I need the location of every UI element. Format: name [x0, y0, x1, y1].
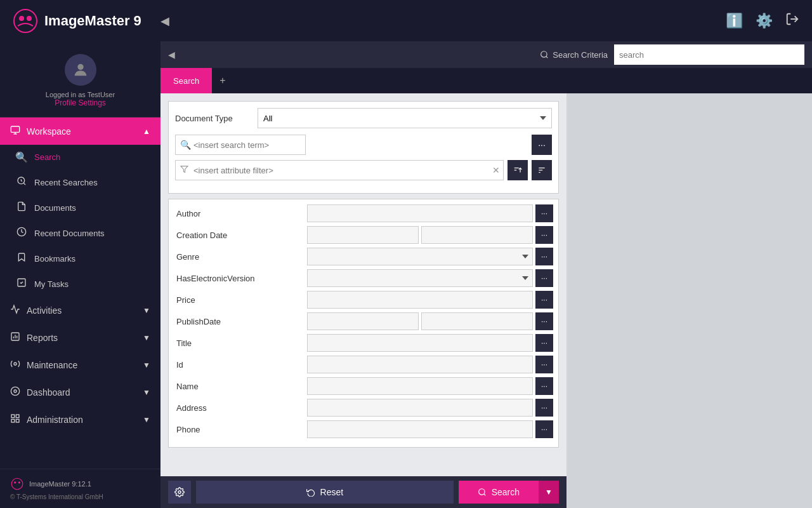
bookmarks-icon — [15, 252, 28, 265]
reports-icon — [10, 331, 20, 344]
sidebar-item-recent-searches[interactable]: Recent Searches — [0, 170, 160, 195]
svg-rect-19 — [16, 415, 19, 418]
filter-clear-btn[interactable]: ✕ — [492, 165, 500, 175]
field-more-publish-date[interactable]: ··· — [535, 312, 553, 330]
sidebar-item-documents[interactable]: Documents — [0, 195, 160, 220]
field-row-price: Price ··· — [174, 291, 553, 309]
svg-point-33 — [178, 491, 181, 493]
search-term-more-btn[interactable]: ··· — [532, 135, 552, 155]
tab-search[interactable]: Search — [160, 68, 212, 93]
field-more-creation-date[interactable]: ··· — [535, 226, 553, 244]
sidebar-item-recent-documents-label: Recent Documents — [34, 229, 105, 238]
field-input-creation-date-from[interactable] — [307, 226, 419, 244]
search-icon: 🔍 — [15, 151, 28, 163]
administration-chevron: ▼ — [143, 415, 150, 424]
svg-point-24 — [18, 481, 20, 483]
logout-button[interactable] — [785, 12, 799, 30]
field-label-address: Address — [174, 403, 307, 413]
field-more-price[interactable]: ··· — [535, 291, 553, 309]
reset-label: Reset — [320, 487, 344, 497]
field-label-has-electronic-version: HasElectronicVersion — [174, 274, 307, 283]
form-settings-btn[interactable] — [168, 481, 191, 504]
sidebar-group-maintenance[interactable]: Maintenance ▼ — [0, 351, 160, 378]
workspace-label: Workspace — [27, 126, 71, 137]
logged-in-text: Logged in as TestUser — [46, 91, 115, 98]
field-row-id: Id ··· — [174, 356, 553, 373]
doc-type-label: Document Type — [175, 114, 251, 123]
sidebar-group-reports[interactable]: Reports ▼ — [0, 324, 160, 351]
dashboard-icon — [10, 386, 20, 398]
field-input-price[interactable] — [307, 291, 533, 309]
sidebar-item-bookmarks[interactable]: Bookmarks — [0, 246, 160, 271]
doc-type-select[interactable]: All Document Contract Invoice — [258, 108, 552, 128]
field-select-genre[interactable] — [307, 248, 533, 265]
top-search-input[interactable] — [614, 44, 804, 65]
content-toggle-btn[interactable]: ◀ — [168, 50, 175, 60]
search-criteria-button[interactable]: Search Criteria — [540, 50, 608, 60]
avatar — [65, 54, 96, 86]
field-input-address[interactable] — [307, 399, 533, 417]
field-input-author[interactable] — [307, 204, 533, 222]
field-select-has-electronic-version[interactable] — [307, 269, 533, 287]
field-label-price: Price — [174, 295, 307, 305]
profile-settings-link[interactable]: Profile Settings — [55, 98, 106, 107]
administration-label: Administration — [27, 415, 83, 425]
search-dropdown-btn[interactable]: ▼ — [539, 481, 559, 504]
field-input-name[interactable] — [307, 377, 533, 395]
field-row-has-electronic-version: HasElectronicVersion ··· — [174, 269, 553, 287]
sidebar-group-activities[interactable]: Activities ▼ — [0, 297, 160, 324]
field-input-id[interactable] — [307, 356, 533, 373]
search-submit-button[interactable]: Search — [459, 481, 539, 504]
sidebar-item-search[interactable]: 🔍 Search — [0, 145, 160, 170]
activities-icon — [10, 304, 20, 316]
field-more-address[interactable]: ··· — [535, 399, 553, 417]
field-label-author: Author — [174, 209, 307, 218]
field-input-phone[interactable] — [307, 420, 533, 438]
sidebar-group-workspace[interactable]: Workspace ▲ — [0, 117, 160, 145]
svg-point-16 — [11, 387, 19, 395]
field-row-genre: Genre ··· — [174, 248, 553, 265]
field-row-address: Address ··· — [174, 399, 553, 417]
field-more-author[interactable]: ··· — [535, 204, 553, 222]
maintenance-label: Maintenance — [27, 360, 77, 370]
copyright-text: © T-Systems International GmbH — [10, 493, 150, 500]
field-more-has-electronic-version[interactable]: ··· — [535, 269, 553, 287]
filter-input[interactable] — [175, 160, 504, 180]
search-criteria-label: Search Criteria — [553, 50, 608, 60]
svg-marker-26 — [181, 166, 188, 173]
svg-point-22 — [11, 478, 23, 490]
monitor-icon — [10, 125, 20, 137]
reset-button[interactable]: Reset — [196, 481, 454, 504]
search-term-input[interactable] — [175, 135, 306, 155]
sidebar-item-my-tasks[interactable]: My Tasks — [0, 271, 160, 297]
field-more-phone[interactable]: ··· — [535, 420, 553, 438]
field-more-name[interactable]: ··· — [535, 377, 553, 395]
field-more-title[interactable]: ··· — [535, 334, 553, 352]
activities-chevron: ▼ — [143, 306, 150, 315]
field-input-creation-date-to[interactable] — [421, 226, 533, 244]
sort-options-btn[interactable] — [532, 160, 552, 180]
dashboard-label: Dashboard — [27, 387, 70, 398]
field-more-id[interactable]: ··· — [535, 356, 553, 373]
svg-rect-18 — [11, 415, 15, 418]
settings-button[interactable]: ⚙️ — [756, 13, 773, 29]
field-more-genre[interactable]: ··· — [535, 248, 553, 265]
info-button[interactable]: ℹ️ — [726, 13, 743, 29]
app-logo: ImageMaster 9 — [13, 8, 141, 34]
sort-az-btn[interactable] — [508, 160, 528, 180]
field-label-publish-date: PublishDate — [174, 317, 307, 326]
sidebar-item-recent-documents[interactable]: Recent Documents — [0, 220, 160, 246]
field-input-publish-date-from[interactable] — [307, 312, 419, 330]
tab-add-button[interactable]: + — [212, 68, 233, 93]
reports-chevron: ▼ — [143, 333, 150, 342]
maintenance-chevron: ▼ — [143, 361, 150, 370]
recent-documents-icon — [15, 227, 28, 239]
field-input-title[interactable] — [307, 334, 533, 352]
sidebar-toggle[interactable]: ◀ — [160, 14, 169, 28]
sidebar-group-administration[interactable]: Administration ▼ — [0, 406, 160, 433]
sidebar-group-dashboard[interactable]: Dashboard ▼ — [0, 378, 160, 406]
svg-point-4 — [77, 64, 83, 70]
recent-searches-icon — [15, 176, 28, 189]
field-input-publish-date-to[interactable] — [421, 312, 533, 330]
sidebar-footer: ImageMaster 9:12.1 © T-Systems Internati… — [0, 469, 160, 508]
